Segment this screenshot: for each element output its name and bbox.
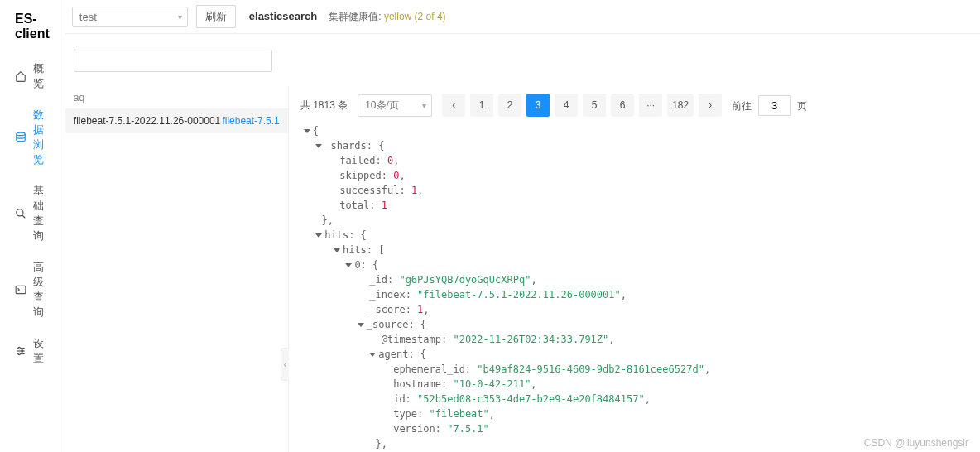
page-size-select[interactable]: 10条/页 ▾ [358,94,432,117]
svg-point-0 [17,132,26,136]
connection-select[interactable]: test ▾ [72,7,188,27]
svg-point-9 [18,353,20,354]
index-name: filebeat-7.5.1-2022.11.26-000001 [74,115,220,127]
pane-title: aq [65,87,288,108]
nav-overview[interactable]: 概览 [0,53,65,99]
page-button-current[interactable]: 3 [526,94,550,117]
nav: 概览 数据浏览 基础查询 高级查询 设置 [0,53,65,374]
search-input[interactable] [74,50,272,72]
index-type: filebeat-7.5.1 [222,115,279,127]
nav-advanced-query[interactable]: 高级查询 [0,252,65,328]
content: aq filebeat-7.5.1-2022.11.26-000001 file… [65,87,980,452]
nav-label: 设置 [33,336,50,366]
subbar: json视图 ▾ [65,34,980,87]
page-button[interactable]: 2 [498,94,521,117]
page-button[interactable]: 1 [470,94,493,117]
refresh-button[interactable]: 刷新 [196,5,236,28]
svg-rect-3 [16,286,26,293]
cluster-health: 集群健康值: yellow (2 of 4) [329,10,445,24]
page-jump: 前往 页 [732,95,807,116]
chevron-down-icon: ▾ [178,12,182,22]
chevron-down-icon: ▾ [422,101,426,110]
total-count: 共 1813 条 [300,99,348,113]
cluster-name: elasticsearch [249,10,317,22]
sidebar: ES-client 概览 数据浏览 基础查询 高级查询 设置 [0,0,65,452]
nav-label: 基础查询 [33,184,50,243]
home-icon [15,70,26,82]
result-pane: ‹ 共 1813 条 10条/页 ▾ ‹ 1 2 3 4 5 6 [289,87,980,452]
collapse-handle[interactable]: ‹ [281,348,289,381]
nav-label: 数据浏览 [33,108,50,167]
app-title: ES-client [0,7,65,53]
pager-toolbar: 共 1813 条 10条/页 ▾ ‹ 1 2 3 4 5 6 ··· [289,87,980,123]
svg-line-2 [22,215,26,219]
svg-point-8 [22,350,23,352]
watermark: CSDN @liuyunshengsir [864,437,968,449]
next-page-button[interactable]: › [699,94,722,117]
page-ellipsis[interactable]: ··· [639,94,662,117]
search-icon [15,208,26,219]
json-viewer[interactable]: { _shards: { failed: 0, skipped: 0, succ… [289,123,980,452]
terminal-icon [15,284,26,296]
index-row[interactable]: filebeat-7.5.1-2022.11.26-000001 filebea… [65,108,288,133]
connection-value: test [79,11,97,23]
page-jump-input[interactable] [758,95,791,116]
prev-page-button[interactable]: ‹ [442,94,465,117]
health-value: yellow (2 of 4) [384,11,446,22]
main: test ▾ 刷新 elasticsearch 集群健康值: yellow (2… [65,0,980,452]
layers-icon [15,132,26,143]
nav-data-browse[interactable]: 数据浏览 [0,99,65,176]
index-list-pane: aq filebeat-7.5.1-2022.11.26-000001 file… [65,87,289,452]
svg-point-7 [18,347,20,349]
topbar: test ▾ 刷新 elasticsearch 集群健康值: yellow (2… [65,0,980,34]
page-button[interactable]: 4 [555,94,578,117]
nav-label: 高级查询 [33,260,50,320]
svg-point-1 [17,209,23,216]
settings-icon [15,345,26,357]
nav-basic-query[interactable]: 基础查询 [0,176,65,252]
nav-label: 概览 [33,61,50,91]
page-button[interactable]: 6 [611,94,634,117]
nav-settings[interactable]: 设置 [0,328,65,374]
cluster-info: elasticsearch 集群健康值: yellow (2 of 4) [249,10,446,24]
page-button-last[interactable]: 182 [667,94,694,117]
page-button[interactable]: 5 [583,94,606,117]
pager: ‹ 1 2 3 4 5 6 ··· 182 › [442,94,722,117]
